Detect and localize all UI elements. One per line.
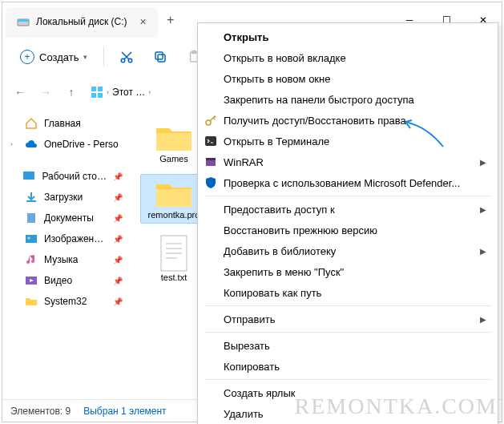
menu-add-library[interactable]: Добавить в библиотеку▶ (198, 240, 498, 261)
menu-winrar[interactable]: WinRAR▶ (198, 151, 498, 172)
pin-icon: 📌 (113, 193, 123, 202)
disk-icon (17, 15, 30, 28)
shield-icon (204, 176, 217, 189)
up-button[interactable]: ↑ (60, 81, 83, 103)
chevron-down-icon: ▾ (83, 53, 87, 61)
svg-rect-1 (18, 19, 29, 22)
sidebar-desktop[interactable]: Рабочий сто…📌 (2, 166, 131, 187)
sidebar-downloads[interactable]: Загрузки📌 (2, 187, 131, 208)
menu-open-new-window[interactable]: Открыть в новом окне (198, 68, 498, 89)
create-button[interactable]: + Создать ▾ (12, 45, 95, 69)
svg-rect-14 (26, 235, 37, 243)
menu-get-access[interactable]: Получить доступ/Восстановить права (198, 110, 498, 131)
svg-rect-5 (155, 52, 163, 59)
context-menu: Открыть Открыть в новой вкладке Открыть … (197, 22, 498, 424)
documents-icon (25, 212, 38, 224)
svg-rect-9 (98, 87, 103, 91)
svg-rect-8 (91, 87, 96, 91)
menu-open[interactable]: Открыть (198, 26, 498, 47)
menu-open-terminal[interactable]: Открыть в Терминале (198, 131, 498, 151)
menu-send-to[interactable]: Отправить▶ (198, 309, 498, 329)
text-file-icon (158, 234, 190, 273)
plus-circle-icon: + (20, 50, 34, 64)
svg-point-15 (28, 237, 30, 240)
sidebar-videos[interactable]: Видео📌 (2, 270, 131, 291)
menu-give-access[interactable]: Предоставить доступ к▶ (198, 199, 498, 220)
cloud-icon (25, 138, 38, 151)
key-icon (204, 114, 217, 127)
folder-icon (155, 122, 193, 154)
sidebar-documents[interactable]: Документы📌 (2, 208, 131, 228)
menu-copy[interactable]: Копировать (198, 356, 498, 377)
svg-rect-4 (158, 55, 165, 62)
pin-icon: 📌 (113, 256, 123, 264)
submenu-arrow-icon: ▶ (480, 205, 486, 214)
menu-pin-start[interactable]: Закрепить в меню "Пуск" (198, 261, 498, 282)
sidebar-onedrive[interactable]: ›OneDrive - Perso (2, 134, 131, 155)
svg-rect-12 (23, 172, 34, 180)
menu-open-new-tab[interactable]: Открыть в новой вкладке (198, 47, 498, 68)
sidebar-pictures[interactable]: Изображен…📌 (2, 228, 131, 249)
menu-delete[interactable]: Удалить (198, 403, 498, 424)
pc-icon (91, 86, 103, 99)
sidebar-music[interactable]: Музыка📌 (2, 249, 131, 270)
submenu-arrow-icon: ▶ (480, 158, 486, 167)
pictures-icon (25, 232, 38, 245)
submenu-arrow-icon: ▶ (480, 315, 486, 324)
downloads-icon (25, 191, 38, 204)
videos-icon (25, 274, 38, 287)
terminal-icon (204, 135, 217, 147)
menu-restore-prev[interactable]: Восстановить прежнюю версию (198, 220, 498, 240)
desktop-icon (22, 170, 35, 183)
menu-pin-quick[interactable]: Закрепить на панели быстрого доступа (198, 89, 498, 110)
pin-icon: 📌 (113, 297, 123, 306)
sidebar-system32[interactable]: System32📌 (2, 291, 131, 312)
svg-rect-10 (91, 93, 96, 98)
selection-count: Выбран 1 элемент (83, 406, 166, 417)
pin-icon: 📌 (113, 172, 123, 181)
svg-rect-23 (205, 136, 216, 146)
new-tab-button[interactable]: + (158, 2, 183, 38)
home-icon (25, 117, 38, 130)
submenu-arrow-icon: ▶ (480, 247, 486, 256)
music-icon (25, 253, 38, 266)
pin-icon: 📌 (113, 277, 123, 285)
sidebar: Главная ›OneDrive - Perso Рабочий сто…📌 … (2, 108, 131, 399)
tab-title: Локальный диск (C:) (36, 16, 127, 27)
back-button[interactable]: ← (9, 81, 31, 103)
pin-icon: 📌 (113, 235, 123, 244)
winrar-icon (204, 155, 217, 168)
copy-icon[interactable] (146, 42, 175, 71)
tab-close-icon[interactable]: × (140, 15, 147, 28)
forward-button[interactable]: → (34, 81, 57, 103)
item-count: Элементов: 9 (10, 406, 71, 417)
pin-icon: 📌 (113, 214, 123, 223)
folder-icon (25, 295, 38, 308)
menu-defender[interactable]: Проверка с использованием Microsoft Defe… (198, 172, 498, 193)
menu-copy-path[interactable]: Копировать как путь (198, 282, 498, 303)
svg-rect-11 (98, 93, 103, 98)
window-tab[interactable]: Локальный диск (C:) × (6, 7, 158, 38)
svg-rect-13 (27, 213, 35, 223)
folder-icon (155, 178, 193, 210)
menu-cut[interactable]: Вырезать (198, 335, 498, 356)
svg-rect-25 (206, 158, 216, 160)
cut-icon[interactable] (112, 42, 141, 71)
sidebar-home[interactable]: Главная (2, 113, 131, 134)
menu-shortcut[interactable]: Создать ярлык (198, 382, 498, 403)
